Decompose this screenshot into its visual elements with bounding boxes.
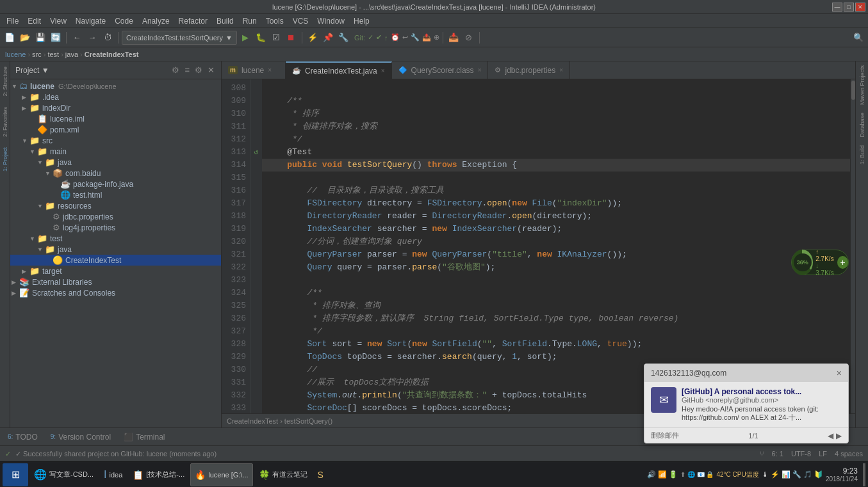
recent-button[interactable]: ⏱: [101, 31, 115, 45]
breadcrumb-test[interactable]: test: [47, 51, 59, 58]
tree-item-testhtml[interactable]: ▶ 🌐 test.html: [10, 189, 221, 200]
tree-item-root[interactable]: ▼ 🗂 lucene G:\Develop\lucene: [10, 81, 221, 92]
build-label[interactable]: 1: Build: [858, 141, 867, 168]
tab-todo[interactable]: 6: TODO: [5, 431, 40, 443]
tab-close-lucene[interactable]: ×: [268, 67, 272, 74]
new-file-button[interactable]: 📄: [3, 31, 17, 45]
open-button[interactable]: 📂: [18, 31, 32, 45]
menu-window[interactable]: Window: [313, 15, 348, 27]
tree-item-pom[interactable]: ▶ 🔶 pom.xml: [10, 124, 221, 135]
tab-terminal[interactable]: ⬛ Terminal: [121, 431, 167, 443]
favorites-label[interactable]: 2: Favorites: [1, 102, 10, 142]
tab-jdbc[interactable]: ⚙ jdbc.properties ×: [488, 61, 570, 79]
project-close-icon[interactable]: ✕: [206, 64, 216, 76]
breadcrumb-java[interactable]: java: [65, 51, 78, 58]
network-plus-button[interactable]: +: [837, 256, 848, 269]
structure-label[interactable]: 2: Structure: [1, 61, 10, 102]
menu-view[interactable]: View: [46, 15, 70, 27]
menu-help[interactable]: Help: [350, 15, 373, 27]
menu-edit[interactable]: Edit: [24, 15, 45, 27]
tree-item-idea[interactable]: ▶ 📁 .idea: [10, 92, 221, 102]
tree-item-scratches[interactable]: ▶ 📝 Scratches and Consoles: [10, 287, 221, 298]
taskbar-youdao[interactable]: 🍀 有道云笔记: [254, 463, 312, 486]
taskbar-lucene[interactable]: 🔥 lucene [G:\...: [190, 463, 252, 486]
more-tb-1[interactable]: ⚡: [306, 31, 320, 45]
run-with-coverage-button[interactable]: ☑: [269, 31, 283, 45]
menu-analyze[interactable]: Analyze: [138, 15, 174, 27]
back-button[interactable]: ←: [70, 31, 84, 45]
project-panel: Project ▼ ⚙ ≡ ⚙ ✕ ▼ 🗂 lucene G:\Develop\…: [10, 61, 222, 427]
tree-item-src[interactable]: ▼ 📁 src: [10, 135, 221, 146]
notif-next-button[interactable]: ▶: [836, 431, 842, 440]
tree-item-resources[interactable]: ▼ 📁 resources: [10, 200, 221, 211]
tree-item-createindextest[interactable]: ▶ 🟡 CreateIndexTest: [10, 255, 221, 266]
tab-createindextest[interactable]: ☕ CreateIndexTest.java ×: [286, 61, 392, 79]
taskbar-sina[interactable]: S: [313, 463, 339, 486]
tree-label-jdbc: jdbc.properties: [63, 212, 113, 221]
search-everywhere-button[interactable]: 🔍: [851, 31, 865, 45]
sync-button[interactable]: 🔄: [49, 31, 63, 45]
tree-item-java-main[interactable]: ▼ 📁 java: [10, 157, 221, 168]
network-widget: 36% ↑ 2.7K/s ↓ 3.7K/s +: [791, 250, 849, 275]
menu-file[interactable]: File: [3, 15, 22, 27]
tree-item-java-test[interactable]: ▼ 📁 java: [10, 244, 221, 255]
run-config-dropdown[interactable]: CreateIndexTest.testSortQuery ▼: [122, 31, 237, 45]
save-button[interactable]: 💾: [33, 31, 47, 45]
notif-close-button[interactable]: ×: [837, 368, 842, 378]
breadcrumb-lucene[interactable]: lucene: [5, 51, 26, 58]
taskbar-idea[interactable]: I idea: [99, 463, 127, 486]
taskbar-tech[interactable]: 📋 [技术总结-...: [128, 463, 189, 486]
project-settings-icon[interactable]: ⚙: [170, 64, 181, 76]
tree-item-log4j[interactable]: ▶ ⚙ log4j.properties: [10, 222, 221, 233]
tab-queryscorer[interactable]: 🔷 QueryScorer.class ×: [392, 61, 489, 79]
update-button[interactable]: 📥: [446, 31, 461, 45]
scroll-thumb[interactable]: [851, 81, 855, 100]
tree-item-target[interactable]: ▶ 📁 target: [10, 266, 221, 276]
notif-prev-button[interactable]: ◀: [828, 431, 833, 440]
show-desktop-button[interactable]: [863, 463, 865, 486]
menu-build[interactable]: Build: [213, 15, 238, 27]
minimize-button[interactable]: —: [832, 3, 842, 12]
notif-delete-button[interactable]: 删除邮件: [651, 431, 679, 440]
tree-item-indexdir[interactable]: ▶ 📁 indexDir: [10, 102, 221, 113]
stop-button[interactable]: ⏹: [284, 31, 299, 45]
tab-version-control[interactable]: 9: Version Control: [48, 431, 113, 443]
more-tb-3[interactable]: 🔧: [336, 31, 350, 45]
project-gear-icon[interactable]: ⚙: [193, 64, 204, 76]
debug-button[interactable]: 🐛: [254, 31, 268, 45]
more-tb-2[interactable]: 📌: [321, 31, 335, 45]
forward-button[interactable]: →: [85, 31, 99, 45]
menu-vcs[interactable]: VCS: [289, 15, 313, 27]
database-label[interactable]: Database: [858, 109, 867, 141]
menu-tools[interactable]: Tools: [262, 15, 288, 27]
maven-projects-label[interactable]: Maven Projects: [858, 61, 867, 109]
project-label[interactable]: 1: Project: [1, 142, 10, 177]
menu-refactor[interactable]: Refactor: [175, 15, 211, 27]
close-button[interactable]: ✕: [855, 3, 865, 12]
tree-item-combaidu[interactable]: ▼ 📦 com.baidu: [10, 168, 221, 179]
clock-area[interactable]: 9:23 2018/11/24: [826, 467, 858, 483]
tab-close-createindextest[interactable]: ×: [381, 67, 385, 74]
menu-run[interactable]: Run: [239, 15, 261, 27]
youdao-icon: 🍀: [259, 470, 270, 480]
tree-item-extlibs[interactable]: ▶ 📚 External Libraries: [10, 276, 221, 287]
breadcrumb-src[interactable]: src: [32, 51, 42, 58]
tree-item-iml[interactable]: ▶ 📋 lucene.iml: [10, 113, 221, 124]
project-collapse-icon[interactable]: ≡: [183, 64, 191, 76]
breadcrumb-createindextest[interactable]: CreateIndexTest: [85, 51, 139, 58]
menu-code[interactable]: Code: [111, 15, 137, 27]
taskbar-chrome[interactable]: 🌐 写文章-CSD...: [29, 463, 98, 486]
menu-navigate[interactable]: Navigate: [72, 15, 110, 27]
vertical-scrollbar[interactable]: [850, 79, 855, 413]
tab-close-jdbc[interactable]: ×: [559, 67, 563, 74]
tab-close-queryscorer[interactable]: ×: [478, 67, 482, 74]
notif-nav-buttons: ◀ ▶: [828, 431, 842, 440]
run-button[interactable]: ▶: [238, 31, 252, 45]
tree-item-jdbc[interactable]: ▶ ⚙ jdbc.properties: [10, 211, 221, 222]
tree-item-test[interactable]: ▼ 📁 test: [10, 233, 221, 244]
start-button[interactable]: ⊞: [3, 463, 28, 486]
tab-lucene-m[interactable]: m lucene ×: [222, 61, 286, 79]
tree-item-main[interactable]: ▼ 📁 main: [10, 146, 221, 157]
maximize-button[interactable]: □: [844, 3, 854, 12]
tree-item-packageinfo[interactable]: ▶ ☕ package-info.java: [10, 179, 221, 189]
